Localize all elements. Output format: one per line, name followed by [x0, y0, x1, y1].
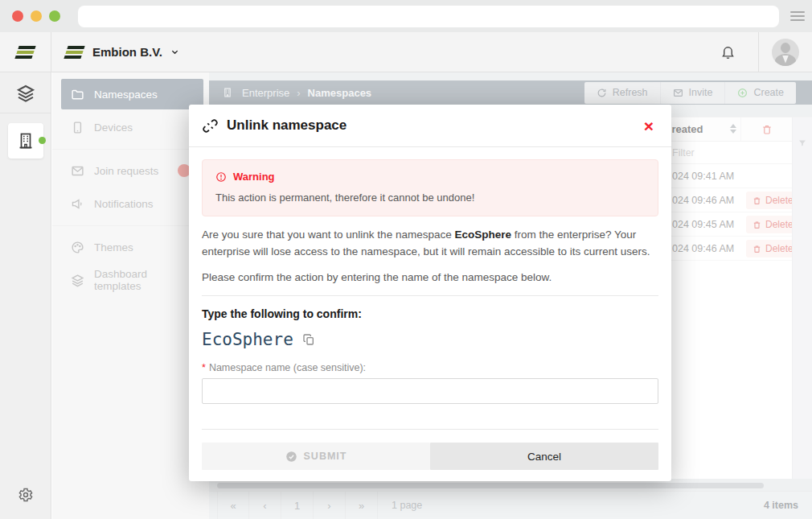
- namespace-code-text: EcoSphere: [202, 330, 293, 349]
- rail-divider: [0, 113, 51, 113]
- enterprise-name: Embion B.V.: [92, 45, 162, 59]
- warning-alert: Warning This action is permanent, theref…: [202, 159, 658, 216]
- enterprise-switcher[interactable]: Embion B.V.: [64, 45, 179, 59]
- user-avatar[interactable]: [772, 39, 799, 66]
- app-logo: [0, 32, 51, 72]
- check-circle-icon: [285, 451, 297, 463]
- cancel-button[interactable]: Cancel: [430, 443, 658, 470]
- browser-chrome: [0, 0, 812, 32]
- left-rail: [0, 72, 51, 519]
- modal-footer: SUBMIT Cancel: [202, 429, 658, 481]
- platform-layers-icon[interactable]: [15, 84, 36, 103]
- modal-body: Warning This action is permanent, theref…: [189, 147, 671, 417]
- submit-label: SUBMIT: [304, 451, 347, 462]
- enterprise-online-dot: [39, 137, 46, 144]
- confirm-heading: Type the following to confirm:: [202, 307, 658, 320]
- warning-message: This action is permanent, therefore it c…: [215, 192, 645, 204]
- header-divider: [758, 32, 759, 72]
- minimize-window-button[interactable]: [31, 10, 42, 22]
- submit-button[interactable]: SUBMIT: [202, 443, 430, 470]
- gear-icon: [18, 487, 34, 503]
- app-header: Embion B.V.: [0, 32, 812, 72]
- close-icon[interactable]: ×: [639, 116, 658, 136]
- exclamation-circle-icon: [215, 171, 227, 183]
- confirm-instruction: Please confirm the action by entering th…: [202, 271, 658, 283]
- unlink-icon: [202, 117, 219, 134]
- namespace-input-label: *Namespace name (case sensitive):: [202, 362, 658, 373]
- unlink-namespace-modal: Unlink namespace × Warning This action i…: [189, 105, 671, 481]
- required-asterisk: *: [202, 362, 206, 373]
- close-window-button[interactable]: [12, 10, 23, 22]
- bell-icon: [720, 44, 736, 60]
- modal-header: Unlink namespace ×: [189, 105, 671, 147]
- browser-menu-icon[interactable]: [790, 11, 805, 21]
- active-enterprise-button[interactable]: [8, 123, 43, 159]
- divider: [202, 295, 658, 296]
- namespace-name-input[interactable]: [202, 378, 658, 404]
- cancel-label: Cancel: [527, 451, 561, 463]
- screen: Embion B.V.: [0, 0, 812, 519]
- copy-icon[interactable]: [302, 333, 315, 346]
- namespace-name-bold: EcoSphere: [454, 229, 511, 241]
- embion-logo-icon: [15, 46, 35, 59]
- modal-title: Unlink namespace: [227, 117, 347, 134]
- maximize-window-button[interactable]: [49, 10, 60, 22]
- notifications-bell-button[interactable]: [698, 32, 758, 72]
- settings-button[interactable]: [0, 487, 51, 503]
- embion-logo-icon: [64, 46, 84, 59]
- chevron-down-icon: [170, 47, 179, 56]
- building-icon: [16, 131, 35, 150]
- window-controls: [12, 10, 60, 22]
- warning-title: Warning: [233, 171, 275, 183]
- confirm-question: Are you sure that you want to unlink the…: [202, 227, 658, 261]
- url-bar[interactable]: [78, 6, 779, 27]
